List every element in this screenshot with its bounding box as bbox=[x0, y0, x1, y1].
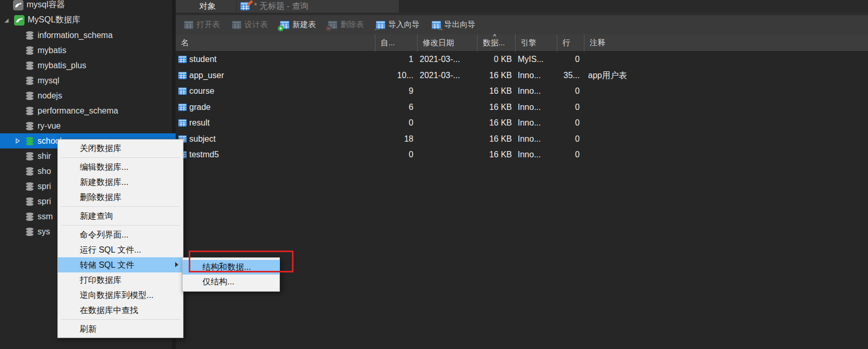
menu-item-new-query[interactable]: 新建查询 bbox=[58, 208, 183, 223]
import-wizard-label: 导入向导 bbox=[388, 20, 420, 30]
column-header-auto-increment[interactable]: 自... bbox=[375, 34, 417, 52]
cell-data-length: 16 KB bbox=[477, 103, 512, 112]
table-row-subject[interactable]: subject 18 16 KB Inno... 0 bbox=[176, 131, 868, 147]
delete-table-button[interactable]: − 删除表 bbox=[327, 20, 364, 30]
export-wizard-button[interactable]: → 导出向导 bbox=[431, 20, 475, 30]
table-row-student[interactable]: student 1 2021-03-... 0 KB MyIS... 0 bbox=[176, 52, 868, 68]
open-table-button[interactable]: 打开表 bbox=[184, 20, 220, 30]
tab-objects-label: 对象 bbox=[199, 1, 216, 12]
tree-item-mysql-container[interactable]: mysql容器 bbox=[0, 0, 176, 13]
cell-auto-increment: 6 bbox=[375, 103, 413, 112]
column-header-data-length[interactable]: ^ 数据... bbox=[477, 34, 515, 52]
cell-name: testmd5 bbox=[189, 150, 219, 159]
tab-objects[interactable]: 对象 bbox=[199, 0, 216, 13]
submenu-item-structure-only[interactable]: 仅结构... bbox=[182, 275, 279, 289]
tree-item-mysql-database[interactable]: MySQL数据库 bbox=[0, 13, 176, 28]
cell-data-length: 16 KB bbox=[477, 118, 512, 128]
design-table-button[interactable]: 设计表 bbox=[231, 20, 268, 30]
table-row-app-user[interactable]: app_user 10... 2021-03-... 16 KB Inno...… bbox=[176, 68, 868, 84]
table-list-header: 名 自... 修改日期 ^ 数据... 引擎 行 注释 bbox=[176, 34, 868, 52]
column-header-name[interactable]: 名 bbox=[176, 34, 375, 52]
menu-item-new-database[interactable]: 新建数据库... bbox=[58, 174, 183, 190]
table-icon bbox=[178, 86, 187, 96]
database-open-icon bbox=[25, 136, 34, 146]
cell-engine: Inno... bbox=[518, 134, 541, 144]
cell-data-length: 16 KB bbox=[477, 134, 512, 144]
tree-item-mybatis-plus[interactable]: mybatis_plus bbox=[0, 58, 176, 73]
red-annotation-rectangle bbox=[189, 251, 294, 272]
menu-item-print-database[interactable]: 打印数据库 bbox=[58, 272, 183, 288]
tree-item-mysql[interactable]: mysql bbox=[0, 73, 176, 88]
menu-item-command-line-interface[interactable]: 命令列界面... bbox=[58, 227, 183, 242]
minus-badge-icon: − bbox=[326, 26, 332, 31]
cell-engine: Inno... bbox=[518, 86, 541, 96]
tree-item-label: information_schema bbox=[38, 31, 113, 40]
menu-item-find-in-database[interactable]: 在数据库中查找 bbox=[58, 303, 183, 318]
tree-item-ry-vue[interactable]: ry-vue bbox=[0, 118, 176, 133]
column-header-rows[interactable]: 行 bbox=[557, 34, 584, 52]
column-header-label: 修改日期 bbox=[423, 38, 454, 48]
column-header-comment[interactable]: 注释 bbox=[584, 34, 868, 52]
database-context-menu: 关闭数据库 编辑数据库... 新建数据库... 删除数据库 新建查询 命令列界面… bbox=[57, 139, 184, 338]
import-wizard-button[interactable]: ← 导入向导 bbox=[375, 20, 420, 30]
tab-untitled-query[interactable]: * 无标题 - 查询 bbox=[240, 0, 398, 13]
tree-item-label: nodejs bbox=[38, 91, 62, 101]
tree-item-label: ssm bbox=[38, 212, 53, 221]
cell-name: course bbox=[189, 86, 214, 96]
cell-name: subject bbox=[189, 134, 216, 144]
cell-rows: 0 bbox=[557, 86, 580, 96]
menu-item-reverse-database-to-model[interactable]: 逆向数据库到模型... bbox=[58, 288, 183, 303]
tab-separator bbox=[236, 0, 237, 13]
column-header-modify-date[interactable]: 修改日期 bbox=[417, 34, 477, 52]
cell-engine: Inno... bbox=[518, 103, 541, 112]
database-icon bbox=[25, 106, 34, 116]
cell-name: grade bbox=[189, 103, 211, 112]
table-row-testmd5[interactable]: testmd5 0 16 KB Inno... 0 bbox=[176, 147, 868, 163]
database-icon bbox=[25, 91, 34, 101]
tree-item-label: spri bbox=[38, 182, 51, 191]
design-table-icon bbox=[231, 20, 242, 30]
database-icon bbox=[25, 31, 34, 40]
new-table-label: 新建表 bbox=[292, 20, 316, 30]
tree-item-information-schema[interactable]: information_schema bbox=[0, 28, 176, 43]
delete-table-label: 删除表 bbox=[340, 20, 364, 30]
cell-modify-date: 2021-03-... bbox=[420, 71, 460, 80]
cell-data-length: 16 KB bbox=[477, 71, 512, 80]
column-header-engine[interactable]: 引擎 bbox=[515, 34, 557, 52]
cell-engine: MyIS... bbox=[518, 55, 544, 64]
column-header-label: 名 bbox=[181, 38, 189, 48]
tree-item-nodejs[interactable]: nodejs bbox=[0, 88, 176, 103]
expanded-triangle-icon[interactable] bbox=[3, 17, 10, 24]
new-table-button[interactable]: + 新建表 bbox=[279, 20, 316, 30]
menu-item-close-database[interactable]: 关闭数据库 bbox=[58, 141, 183, 156]
menu-item-run-sql-file[interactable]: 运行 SQL 文件... bbox=[58, 242, 183, 257]
cell-rows: 0 bbox=[557, 55, 580, 64]
table-row-course[interactable]: course 9 16 KB Inno... 0 bbox=[176, 83, 868, 99]
database-icon bbox=[25, 212, 34, 221]
submenu-arrow-icon bbox=[175, 262, 178, 267]
query-table-icon bbox=[240, 1, 250, 11]
menu-item-delete-database[interactable]: 删除数据库 bbox=[58, 190, 183, 205]
table-row-grade[interactable]: grade 6 16 KB Inno... 0 bbox=[176, 99, 868, 116]
cell-comment: app用户表 bbox=[588, 70, 627, 81]
collapsed-triangle-icon[interactable] bbox=[14, 138, 21, 144]
cell-rows: 0 bbox=[557, 150, 580, 159]
table-row-result[interactable]: result 0 16 KB Inno... 0 bbox=[176, 115, 868, 131]
delete-table-icon: − bbox=[327, 20, 338, 30]
new-table-icon: + bbox=[279, 20, 290, 30]
menu-item-dump-sql-file[interactable]: 转储 SQL 文件 bbox=[58, 257, 183, 272]
database-icon bbox=[25, 197, 34, 206]
column-header-label: 行 bbox=[563, 38, 570, 48]
tree-item-label: spri bbox=[38, 197, 51, 206]
menu-item-refresh[interactable]: 刷新 bbox=[58, 321, 183, 336]
cell-engine: Inno... bbox=[518, 71, 541, 80]
menu-item-edit-database[interactable]: 编辑数据库... bbox=[58, 159, 183, 174]
tree-item-performance-schema[interactable]: performance_schema bbox=[0, 103, 176, 118]
cell-engine: Inno... bbox=[518, 150, 541, 159]
design-table-label: 设计表 bbox=[244, 20, 268, 30]
column-header-label: 引擎 bbox=[521, 38, 536, 48]
tree-item-label: mybatis_plus bbox=[38, 61, 86, 70]
object-toolbar: 打开表 设计表 + 新建表 − 删除表 bbox=[176, 15, 868, 34]
cell-data-length: 0 KB bbox=[477, 55, 512, 64]
tree-item-mybatis[interactable]: mybatis bbox=[0, 43, 176, 58]
